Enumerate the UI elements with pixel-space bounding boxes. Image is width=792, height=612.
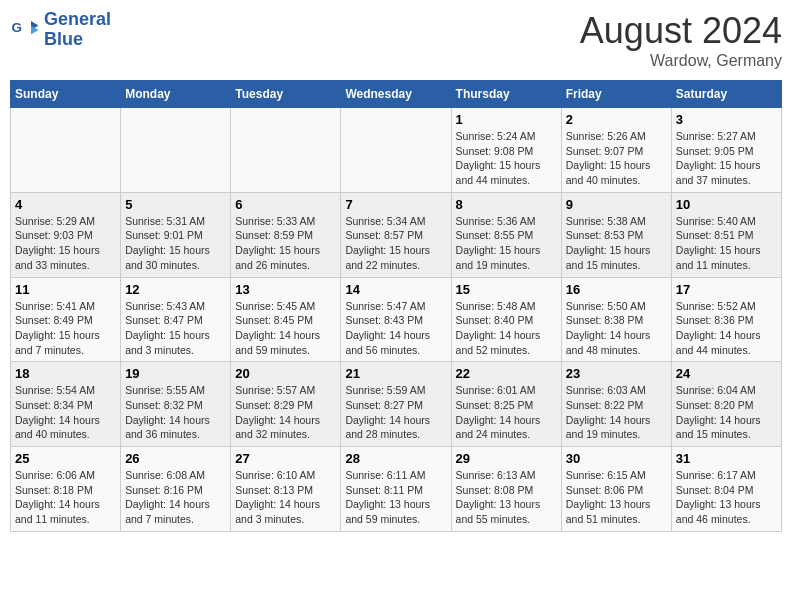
calendar-day-cell: 9Sunrise: 5:38 AM Sunset: 8:53 PM Daylig… (561, 192, 671, 277)
weekday-header: Wednesday (341, 81, 451, 108)
day-number: 18 (15, 366, 116, 381)
day-number: 16 (566, 282, 667, 297)
page-header: G General Blue August 2024 Wardow, Germa… (10, 10, 782, 70)
calendar-day-cell (121, 108, 231, 193)
calendar-day-cell: 28Sunrise: 6:11 AM Sunset: 8:11 PM Dayli… (341, 447, 451, 532)
calendar-table: SundayMondayTuesdayWednesdayThursdayFrid… (10, 80, 782, 532)
calendar-day-cell: 25Sunrise: 6:06 AM Sunset: 8:18 PM Dayli… (11, 447, 121, 532)
calendar-day-cell: 27Sunrise: 6:10 AM Sunset: 8:13 PM Dayli… (231, 447, 341, 532)
day-number: 30 (566, 451, 667, 466)
calendar-week-row: 1Sunrise: 5:24 AM Sunset: 9:08 PM Daylig… (11, 108, 782, 193)
day-info: Sunrise: 5:47 AM Sunset: 8:43 PM Dayligh… (345, 299, 446, 358)
calendar-day-cell: 30Sunrise: 6:15 AM Sunset: 8:06 PM Dayli… (561, 447, 671, 532)
weekday-header: Tuesday (231, 81, 341, 108)
day-info: Sunrise: 5:31 AM Sunset: 9:01 PM Dayligh… (125, 214, 226, 273)
calendar-day-cell: 18Sunrise: 5:54 AM Sunset: 8:34 PM Dayli… (11, 362, 121, 447)
day-info: Sunrise: 5:36 AM Sunset: 8:55 PM Dayligh… (456, 214, 557, 273)
calendar-day-cell: 10Sunrise: 5:40 AM Sunset: 8:51 PM Dayli… (671, 192, 781, 277)
day-number: 22 (456, 366, 557, 381)
weekday-header: Saturday (671, 81, 781, 108)
calendar-day-cell: 24Sunrise: 6:04 AM Sunset: 8:20 PM Dayli… (671, 362, 781, 447)
day-info: Sunrise: 5:45 AM Sunset: 8:45 PM Dayligh… (235, 299, 336, 358)
calendar-day-cell: 23Sunrise: 6:03 AM Sunset: 8:22 PM Dayli… (561, 362, 671, 447)
calendar-week-row: 18Sunrise: 5:54 AM Sunset: 8:34 PM Dayli… (11, 362, 782, 447)
calendar-day-cell: 2Sunrise: 5:26 AM Sunset: 9:07 PM Daylig… (561, 108, 671, 193)
weekday-header: Thursday (451, 81, 561, 108)
day-info: Sunrise: 5:24 AM Sunset: 9:08 PM Dayligh… (456, 129, 557, 188)
day-info: Sunrise: 5:27 AM Sunset: 9:05 PM Dayligh… (676, 129, 777, 188)
calendar-day-cell: 16Sunrise: 5:50 AM Sunset: 8:38 PM Dayli… (561, 277, 671, 362)
day-number: 28 (345, 451, 446, 466)
calendar-day-cell: 26Sunrise: 6:08 AM Sunset: 8:16 PM Dayli… (121, 447, 231, 532)
weekday-row: SundayMondayTuesdayWednesdayThursdayFrid… (11, 81, 782, 108)
day-info: Sunrise: 6:01 AM Sunset: 8:25 PM Dayligh… (456, 383, 557, 442)
day-info: Sunrise: 5:33 AM Sunset: 8:59 PM Dayligh… (235, 214, 336, 273)
calendar-week-row: 11Sunrise: 5:41 AM Sunset: 8:49 PM Dayli… (11, 277, 782, 362)
day-number: 9 (566, 197, 667, 212)
day-info: Sunrise: 6:15 AM Sunset: 8:06 PM Dayligh… (566, 468, 667, 527)
calendar-day-cell (341, 108, 451, 193)
day-number: 17 (676, 282, 777, 297)
day-number: 10 (676, 197, 777, 212)
day-number: 29 (456, 451, 557, 466)
day-info: Sunrise: 6:11 AM Sunset: 8:11 PM Dayligh… (345, 468, 446, 527)
day-number: 11 (15, 282, 116, 297)
day-info: Sunrise: 5:34 AM Sunset: 8:57 PM Dayligh… (345, 214, 446, 273)
calendar-week-row: 25Sunrise: 6:06 AM Sunset: 8:18 PM Dayli… (11, 447, 782, 532)
logo-line2: Blue (44, 30, 111, 50)
calendar-day-cell: 5Sunrise: 5:31 AM Sunset: 9:01 PM Daylig… (121, 192, 231, 277)
day-info: Sunrise: 5:59 AM Sunset: 8:27 PM Dayligh… (345, 383, 446, 442)
logo: G General Blue (10, 10, 111, 50)
weekday-header: Sunday (11, 81, 121, 108)
calendar-day-cell: 20Sunrise: 5:57 AM Sunset: 8:29 PM Dayli… (231, 362, 341, 447)
day-number: 19 (125, 366, 226, 381)
day-number: 25 (15, 451, 116, 466)
day-info: Sunrise: 5:54 AM Sunset: 8:34 PM Dayligh… (15, 383, 116, 442)
day-number: 7 (345, 197, 446, 212)
day-info: Sunrise: 6:06 AM Sunset: 8:18 PM Dayligh… (15, 468, 116, 527)
logo-text: General Blue (44, 10, 111, 50)
day-info: Sunrise: 6:10 AM Sunset: 8:13 PM Dayligh… (235, 468, 336, 527)
calendar-day-cell: 15Sunrise: 5:48 AM Sunset: 8:40 PM Dayli… (451, 277, 561, 362)
calendar-day-cell: 8Sunrise: 5:36 AM Sunset: 8:55 PM Daylig… (451, 192, 561, 277)
calendar-day-cell: 6Sunrise: 5:33 AM Sunset: 8:59 PM Daylig… (231, 192, 341, 277)
day-number: 12 (125, 282, 226, 297)
day-number: 13 (235, 282, 336, 297)
calendar-day-cell: 7Sunrise: 5:34 AM Sunset: 8:57 PM Daylig… (341, 192, 451, 277)
day-info: Sunrise: 5:57 AM Sunset: 8:29 PM Dayligh… (235, 383, 336, 442)
day-info: Sunrise: 5:48 AM Sunset: 8:40 PM Dayligh… (456, 299, 557, 358)
calendar-day-cell: 21Sunrise: 5:59 AM Sunset: 8:27 PM Dayli… (341, 362, 451, 447)
day-info: Sunrise: 6:13 AM Sunset: 8:08 PM Dayligh… (456, 468, 557, 527)
calendar-day-cell: 19Sunrise: 5:55 AM Sunset: 8:32 PM Dayli… (121, 362, 231, 447)
svg-text:G: G (12, 19, 23, 34)
day-info: Sunrise: 6:04 AM Sunset: 8:20 PM Dayligh… (676, 383, 777, 442)
calendar-day-cell: 14Sunrise: 5:47 AM Sunset: 8:43 PM Dayli… (341, 277, 451, 362)
day-info: Sunrise: 5:41 AM Sunset: 8:49 PM Dayligh… (15, 299, 116, 358)
day-info: Sunrise: 6:17 AM Sunset: 8:04 PM Dayligh… (676, 468, 777, 527)
day-info: Sunrise: 5:55 AM Sunset: 8:32 PM Dayligh… (125, 383, 226, 442)
calendar-day-cell (231, 108, 341, 193)
day-number: 8 (456, 197, 557, 212)
day-info: Sunrise: 5:50 AM Sunset: 8:38 PM Dayligh… (566, 299, 667, 358)
title-block: August 2024 Wardow, Germany (580, 10, 782, 70)
calendar-day-cell: 29Sunrise: 6:13 AM Sunset: 8:08 PM Dayli… (451, 447, 561, 532)
day-info: Sunrise: 5:43 AM Sunset: 8:47 PM Dayligh… (125, 299, 226, 358)
calendar-body: 1Sunrise: 5:24 AM Sunset: 9:08 PM Daylig… (11, 108, 782, 532)
calendar-day-cell: 11Sunrise: 5:41 AM Sunset: 8:49 PM Dayli… (11, 277, 121, 362)
day-info: Sunrise: 5:29 AM Sunset: 9:03 PM Dayligh… (15, 214, 116, 273)
calendar-day-cell: 1Sunrise: 5:24 AM Sunset: 9:08 PM Daylig… (451, 108, 561, 193)
day-number: 27 (235, 451, 336, 466)
calendar-header: SundayMondayTuesdayWednesdayThursdayFrid… (11, 81, 782, 108)
weekday-header: Monday (121, 81, 231, 108)
day-number: 6 (235, 197, 336, 212)
day-info: Sunrise: 5:40 AM Sunset: 8:51 PM Dayligh… (676, 214, 777, 273)
day-number: 23 (566, 366, 667, 381)
day-info: Sunrise: 6:08 AM Sunset: 8:16 PM Dayligh… (125, 468, 226, 527)
day-number: 31 (676, 451, 777, 466)
day-number: 21 (345, 366, 446, 381)
calendar-day-cell: 17Sunrise: 5:52 AM Sunset: 8:36 PM Dayli… (671, 277, 781, 362)
day-info: Sunrise: 5:26 AM Sunset: 9:07 PM Dayligh… (566, 129, 667, 188)
calendar-day-cell: 22Sunrise: 6:01 AM Sunset: 8:25 PM Dayli… (451, 362, 561, 447)
day-number: 1 (456, 112, 557, 127)
calendar-day-cell: 12Sunrise: 5:43 AM Sunset: 8:47 PM Dayli… (121, 277, 231, 362)
